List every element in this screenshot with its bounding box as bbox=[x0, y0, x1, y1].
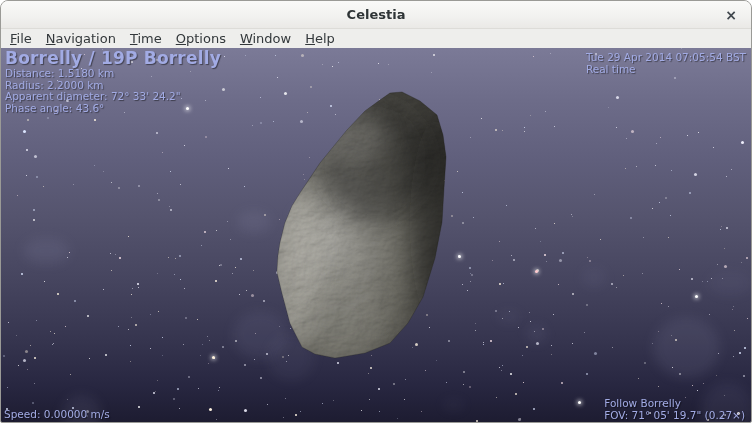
menu-item-options[interactable]: Options bbox=[169, 29, 233, 48]
close-icon[interactable]: × bbox=[721, 5, 741, 25]
phase-angle-readout: Phase angle: 43.6° bbox=[5, 103, 221, 115]
selection-info-overlay: Borrelly / 19P Borrelly Distance: 1.5180… bbox=[5, 49, 221, 114]
datetime-readout: Tue 29 Apr 2014 07:05:54 BST bbox=[586, 51, 746, 63]
celestia-window: Celestia × FileNavigationTimeOptionsWind… bbox=[0, 0, 752, 423]
render-viewport[interactable]: Borrelly / 19P Borrelly Distance: 1.5180… bbox=[1, 48, 751, 422]
borrelly-asteroid-render bbox=[250, 73, 460, 373]
menu-item-navigation[interactable]: Navigation bbox=[39, 29, 123, 48]
menu-item-help[interactable]: Help bbox=[298, 29, 342, 48]
time-overlay: Tue 29 Apr 2014 07:05:54 BST Real time bbox=[586, 51, 746, 75]
selected-object-name: Borrelly / 19P Borrelly bbox=[5, 49, 221, 68]
speed-readout: Speed: 0.00000 m/s bbox=[4, 408, 110, 420]
distance-readout: Distance: 1.5180 km bbox=[5, 68, 221, 80]
frame-overlay: Follow Borrelly FOV: 71° 05' 19.7" (0.27… bbox=[604, 398, 745, 421]
menubar: FileNavigationTimeOptionsWindowHelp bbox=[1, 29, 751, 48]
menu-item-window[interactable]: Window bbox=[233, 29, 298, 48]
follow-mode-readout: Follow Borrelly bbox=[604, 398, 745, 410]
window-title: Celestia bbox=[347, 7, 406, 22]
time-mode-readout: Real time bbox=[586, 63, 746, 75]
titlebar[interactable]: Celestia × bbox=[1, 1, 751, 29]
menu-item-file[interactable]: File bbox=[3, 29, 39, 48]
fov-readout: FOV: 71° 05' 19.7" (0.27×) bbox=[604, 410, 745, 422]
apparent-diameter-readout: Apparent diameter: 72° 33' 24.2" bbox=[5, 91, 221, 103]
menu-item-time[interactable]: Time bbox=[123, 29, 169, 48]
